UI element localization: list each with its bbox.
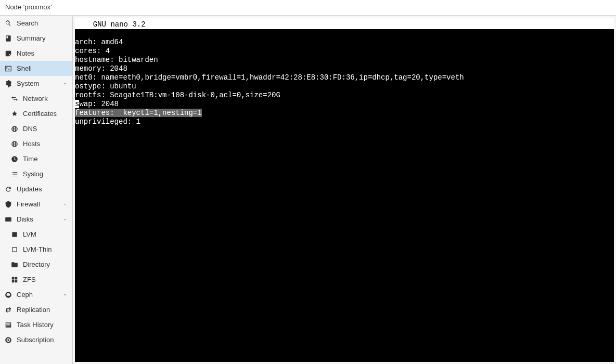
sidebar-item-label: Directory [23, 261, 68, 268]
sidebar-item-label: Search [17, 19, 68, 27]
square-outline-icon [10, 245, 19, 254]
sidebar-item-summary[interactable]: Summary [0, 31, 72, 46]
config-line-swap: swap: 2048 [75, 100, 614, 109]
sidebar-item-syslog[interactable]: Syslog [0, 166, 72, 181]
life-ring-icon [4, 336, 12, 344]
sidebar-item-directory[interactable]: Directory [0, 257, 72, 272]
gear-icon [4, 80, 12, 88]
certificate-icon [10, 110, 19, 118]
sidebar-item-label: Task History [17, 321, 68, 329]
list-icon [10, 170, 19, 178]
sidebar-item-label: Disks [17, 215, 62, 223]
main-content: GNU nano 3.2arch: amd64cores: 4hostname:… [73, 16, 616, 364]
sidebar-item-label: LVM [23, 230, 68, 238]
sidebar-item-label: Hosts [23, 140, 68, 148]
config-line-hostname: hostname: bitwarden [75, 56, 614, 64]
square-solid-icon [10, 230, 19, 239]
sidebar-item-firewall[interactable]: Firewall [0, 197, 72, 212]
retweet-icon [4, 306, 12, 314]
config-line-features: features: keyctl=1,nesting=1 [75, 109, 614, 118]
chevron-down-icon [62, 81, 68, 87]
sidebar-item-label: Ceph [17, 291, 62, 298]
sidebar-item-label: Notes [17, 49, 68, 57]
config-line-unprivileged: unprivileged: 1 [75, 118, 614, 126]
exchange-icon [10, 95, 19, 103]
terminal[interactable]: GNU nano 3.2arch: amd64cores: 4hostname:… [75, 20, 614, 362]
folder-icon [10, 261, 19, 269]
terminal-icon [4, 64, 12, 73]
sidebar-item-label: Summary [17, 34, 68, 42]
chevron-down-icon [62, 292, 68, 298]
config-line-rootfs: rootfs: Seagate1TB:vm-108-disk-0,acl=0,s… [75, 91, 614, 100]
sidebar-item-label: Subscription [17, 336, 68, 344]
sidebar-item-notes[interactable]: Notes [0, 46, 72, 61]
config-line-net0: net0: name=eth0,bridge=vmbr0,firewall=1,… [75, 73, 614, 82]
sidebar-item-network[interactable]: Network [0, 91, 72, 106]
sidebar-item-time[interactable]: Time [0, 151, 72, 166]
sidebar-item-ceph[interactable]: Ceph [0, 287, 72, 302]
sidebar-item-zfs[interactable]: ZFS [0, 272, 72, 287]
sidebar-item-dns[interactable]: DNS [0, 121, 72, 136]
sidebar-item-label: Shell [17, 64, 68, 72]
config-line-arch: arch: amd64 [75, 38, 614, 47]
sidebar-item-system[interactable]: System [0, 76, 72, 91]
page-header: Node 'proxmox' [0, 0, 616, 16]
sidebar-item-disks[interactable]: Disks [0, 212, 72, 227]
sidebar-item-hosts[interactable]: Hosts [0, 136, 72, 151]
sidebar-item-label: Replication [17, 306, 68, 314]
config-line-ostype: ostype: ubuntu [75, 82, 614, 91]
refresh-icon [4, 185, 12, 193]
list-alt-icon [4, 321, 12, 329]
nano-title-bar: GNU nano 3.2 [75, 20, 614, 29]
hdd-icon [4, 215, 12, 224]
sidebar-item-label: DNS [23, 125, 68, 133]
config-line-cores: cores: 4 [75, 47, 614, 56]
sidebar-item-certificates[interactable]: Certificates [0, 106, 72, 121]
search-icon [4, 19, 12, 28]
clock-icon [10, 155, 19, 163]
book-icon [4, 34, 12, 43]
page-title: Node 'proxmox' [5, 3, 52, 11]
chevron-down-icon [62, 201, 68, 207]
th-large-icon [10, 276, 19, 284]
sidebar-item-search[interactable]: Search [0, 16, 72, 31]
sidebar-item-label: Firewall [17, 200, 62, 208]
sidebar-item-label: Syslog [23, 170, 68, 178]
sidebar-item-shell[interactable]: Shell [0, 61, 72, 76]
sidebar-item-label: Certificates [23, 110, 68, 118]
sidebar-item-label: System [17, 80, 62, 87]
sidebar-item-label: Time [23, 155, 68, 163]
terminal-frame: GNU nano 3.2arch: amd64cores: 4hostname:… [75, 18, 614, 362]
highlighted-text: features: keyctl=1,nesting=1 [75, 109, 202, 117]
sidebar: SearchSummaryNotesShellSystemNetworkCert… [0, 16, 73, 364]
sticky-note-icon [4, 49, 12, 58]
shield-icon [4, 200, 12, 209]
ceph-icon [4, 291, 12, 299]
globe-icon [10, 125, 19, 133]
sidebar-item-label: Updates [17, 185, 68, 193]
sidebar-item-updates[interactable]: Updates [0, 181, 72, 197]
sidebar-item-lvm-thin[interactable]: LVM-Thin [0, 242, 72, 257]
sidebar-item-lvm[interactable]: LVM [0, 227, 72, 242]
sidebar-item-task-history[interactable]: Task History [0, 317, 72, 332]
sidebar-item-label: Network [23, 95, 68, 102]
sidebar-item-replication[interactable]: Replication [0, 302, 72, 317]
sidebar-item-label: LVM-Thin [23, 245, 68, 253]
globe-icon [10, 140, 19, 148]
chevron-down-icon [62, 216, 68, 223]
sidebar-item-label: ZFS [23, 276, 68, 283]
sidebar-item-subscription[interactable]: Subscription [0, 332, 72, 347]
terminal-blank [75, 29, 614, 38]
config-line-memory: memory: 2048 [75, 64, 614, 73]
